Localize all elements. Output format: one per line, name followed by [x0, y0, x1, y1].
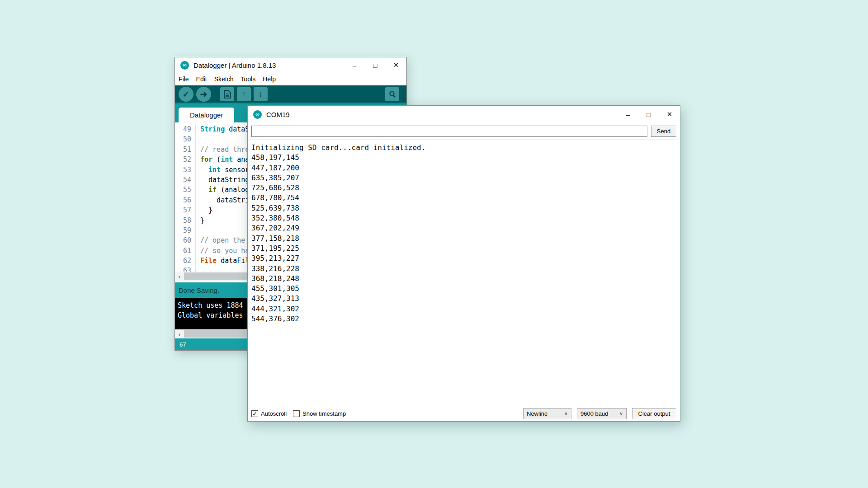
scroll-left-icon[interactable]: ‹ [175, 272, 184, 281]
serial-output-line: 352,380,548 [251, 213, 676, 223]
desktop: { "colors": { "desktop_bg": "#d9f1ee", "… [0, 0, 868, 488]
serial-output-line: 678,780,754 [251, 193, 676, 203]
line-ending-select[interactable]: Newline ∨ [523, 408, 571, 419]
menu-help[interactable]: Help [263, 75, 276, 83]
code-text: for (int ana [196, 155, 249, 165]
serial-output-line: 371,195,225 [251, 244, 676, 253]
line-number: 57 [175, 206, 196, 216]
menu-edit[interactable]: Edit [196, 75, 207, 83]
serial-output-line: 447,187,200 [251, 163, 676, 173]
document-icon [224, 90, 231, 99]
line-number: 55 [175, 186, 196, 196]
line-number: 52 [175, 155, 196, 165]
line-number: 59 [175, 226, 196, 236]
send-button[interactable]: Send [651, 126, 676, 137]
code-text: if (analog [196, 186, 249, 196]
show-timestamp-label: Show timestamp [302, 410, 346, 417]
menu-tools[interactable]: Tools [241, 75, 256, 83]
serial-minimize-button[interactable]: – [618, 111, 638, 118]
serial-output-line: 377,158,218 [251, 234, 676, 244]
ide-close-button[interactable]: ✕ [386, 61, 406, 69]
code-text: dataString [196, 176, 249, 186]
serial-monitor-button[interactable] [385, 87, 399, 101]
arduino-logo-icon: ∞ [253, 110, 262, 119]
serial-send-input[interactable] [251, 126, 647, 137]
code-text [196, 135, 200, 145]
autoscroll-label: Autoscroll [261, 410, 287, 417]
serial-output-line: 444,321,302 [251, 304, 676, 314]
menu-file[interactable]: File [179, 75, 189, 83]
serial-output[interactable]: Initializing SD card...card initialized.… [248, 140, 680, 406]
code-text: dataStrin [196, 196, 253, 206]
serial-output-line: 338,216,228 [251, 264, 676, 274]
verify-button[interactable]: ✓ [179, 87, 193, 102]
magnifier-icon [388, 90, 396, 99]
up-arrow-icon: ↑ [242, 89, 246, 99]
line-number: 60 [175, 236, 196, 246]
serial-output-line: 367,202,249 [251, 223, 676, 233]
code-text: } [196, 216, 204, 226]
line-number: 50 [175, 135, 196, 145]
serial-output-line: 455,301,305 [251, 284, 676, 294]
code-text: File dataFile [196, 257, 253, 267]
code-text: } [196, 206, 212, 216]
line-ending-value: Newline [527, 410, 547, 417]
serial-output-line: 635,385,207 [251, 173, 676, 183]
serial-footer-bar: ✓ Autoscroll Show timestamp Newline ∨ 96… [248, 406, 680, 421]
ide-window-title: Datalogger | Arduino 1.8.13 [193, 61, 276, 69]
line-number: 53 [175, 166, 196, 176]
baud-rate-value: 9600 baud [580, 410, 608, 417]
save-sketch-button[interactable]: ↓ [254, 87, 268, 101]
code-text [196, 226, 200, 236]
scroll-left-icon[interactable]: ‹ [175, 329, 184, 338]
open-sketch-button[interactable]: ↑ [237, 87, 251, 101]
menu-sketch[interactable]: Sketch [214, 75, 234, 83]
serial-titlebar[interactable]: ∞ COM19 – □ ✕ [248, 106, 680, 123]
serial-input-row: Send [248, 123, 680, 140]
line-number: 58 [175, 216, 196, 226]
check-icon: ✓ [183, 89, 190, 99]
new-sketch-button[interactable] [220, 87, 234, 101]
serial-monitor-window: ∞ COM19 – □ ✕ Send Initializing SD card.… [247, 105, 680, 422]
line-number: 61 [175, 247, 196, 257]
line-number: 54 [175, 176, 196, 186]
ide-maximize-button[interactable]: □ [365, 61, 386, 69]
autoscroll-checkbox[interactable]: ✓ [251, 410, 258, 417]
chevron-down-icon: ∨ [564, 411, 568, 417]
line-number: 51 [175, 145, 196, 155]
show-timestamp-checkbox[interactable] [293, 410, 300, 417]
serial-window-title: COM19 [266, 111, 290, 118]
ide-minimize-button[interactable]: – [344, 61, 365, 69]
arduino-logo-icon: ∞ [180, 61, 189, 70]
serial-output-line: Initializing SD card...card initialized. [251, 143, 676, 153]
line-number-indicator: 67 [179, 341, 186, 348]
chevron-down-icon: ∨ [619, 411, 623, 417]
upload-button[interactable]: ➜ [196, 87, 211, 102]
code-text [196, 267, 200, 272]
baud-rate-select[interactable]: 9600 baud ∨ [577, 408, 627, 419]
serial-output-line: 725,686,528 [251, 183, 676, 193]
line-number: 63 [175, 267, 196, 272]
line-number: 49 [175, 125, 196, 135]
tab-datalogger[interactable]: Datalogger [179, 108, 234, 122]
serial-output-line: 368,218,248 [251, 274, 676, 284]
ide-titlebar[interactable]: ∞ Datalogger | Arduino 1.8.13 – □ ✕ [175, 57, 406, 73]
code-text: // so you hav [196, 247, 253, 257]
show-timestamp-option[interactable]: Show timestamp [293, 410, 346, 417]
right-arrow-icon: ➜ [200, 89, 208, 99]
serial-output-line: 544,376,302 [251, 314, 676, 324]
code-text: // open the f [196, 236, 253, 246]
serial-maximize-button[interactable]: □ [638, 111, 659, 118]
serial-close-button[interactable]: ✕ [659, 110, 680, 118]
line-number: 56 [175, 196, 196, 206]
ide-toolbar: ✓ ➜ ↑ ↓ [175, 85, 406, 103]
menu-bar: FileEditSketchToolsHelp [175, 73, 406, 85]
autoscroll-option[interactable]: ✓ Autoscroll [251, 410, 287, 417]
serial-output-line: 435,327,313 [251, 294, 676, 304]
code-text: int sensor [196, 166, 249, 176]
clear-output-button[interactable]: Clear output [632, 408, 676, 419]
status-message: Done Saving. [179, 286, 219, 294]
serial-output-line: 525,639,738 [251, 203, 676, 213]
down-arrow-icon: ↓ [259, 89, 263, 99]
serial-output-line: 395,213,227 [251, 253, 676, 263]
